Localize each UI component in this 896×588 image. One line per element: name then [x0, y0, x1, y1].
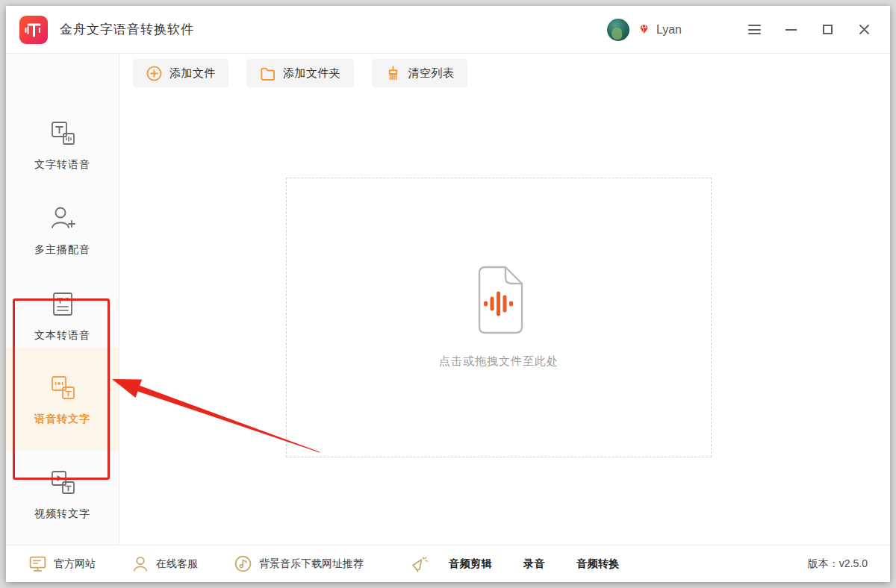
support-person-icon [131, 555, 149, 573]
sidebar-item-document-to-speech[interactable]: 文本转语音 [6, 277, 119, 354]
titlebar: 金舟文字语音转换软件 Lyan [6, 6, 890, 54]
sidebar-item-label: 语音转文字 [34, 413, 90, 426]
vip-gem-icon [637, 22, 651, 37]
add-folder-button[interactable]: 添加文件夹 [246, 59, 354, 87]
clear-list-label: 清空列表 [408, 66, 455, 81]
app-logo-tts-icon [19, 16, 48, 44]
add-file-button[interactable]: 添加文件 [133, 59, 228, 87]
clear-list-broom-icon [385, 65, 402, 82]
bgm-download-label: 背景音乐下载网址推荐 [259, 557, 364, 571]
megaphone-icon[interactable] [410, 554, 429, 574]
add-file-plus-icon [146, 65, 163, 82]
main-content: 添加文件 添加文件夹 清空列表 [119, 54, 890, 545]
add-file-label: 添加文件 [169, 66, 216, 81]
user-avatar[interactable] [607, 19, 629, 41]
clear-list-button[interactable]: 清空列表 [372, 59, 467, 87]
hamburger-menu-icon[interactable] [747, 23, 761, 37]
audio-file-icon [469, 265, 529, 335]
recording-link[interactable]: 录音 [523, 557, 545, 571]
sidebar-item-label: 多主播配音 [34, 243, 90, 257]
version-label: 版本：v2.5.0 [808, 557, 868, 571]
monitor-icon [28, 554, 47, 573]
sidebar-item-label: 视频转文字 [34, 507, 90, 521]
bgm-download-link[interactable]: 背景音乐下载网址推荐 [234, 554, 364, 573]
statusbar: 官方网站 在线客服 背景音乐下载网址推荐 音频剪辑 录音 音频转换 版本：v2.… [6, 545, 890, 582]
sidebar-item-multi-anchor-voice[interactable]: 多主播配音 [6, 191, 119, 269]
sidebar-item-label: 文本转语音 [34, 329, 90, 343]
audio-convert-link[interactable]: 音频转换 [576, 557, 620, 571]
file-dropzone[interactable]: 点击或拖拽文件至此处 [286, 178, 712, 457]
multi-anchor-voice-icon [48, 204, 78, 234]
music-note-icon [234, 554, 252, 573]
close-icon[interactable] [857, 23, 871, 37]
sidebar-item-speech-to-text[interactable]: 语音转文字 [6, 348, 119, 451]
text-to-speech-icon [48, 119, 78, 148]
minimize-icon[interactable] [784, 23, 797, 37]
toolbar: 添加文件 添加文件夹 清空列表 [133, 59, 467, 87]
add-folder-icon [259, 65, 276, 82]
app-title: 金舟文字语音转换软件 [60, 21, 194, 38]
window-controls [747, 23, 871, 37]
dropzone-hint: 点击或拖拽文件至此处 [439, 354, 559, 369]
online-support-label: 在线客服 [156, 557, 198, 571]
speech-to-text-icon [48, 373, 78, 403]
sidebar-item-text-to-speech[interactable]: 文字转语音 [6, 106, 119, 184]
official-website-link[interactable]: 官方网站 [28, 554, 96, 573]
username[interactable]: Lyan [656, 23, 682, 37]
app-window: 金舟文字语音转换软件 Lyan [6, 6, 890, 582]
sidebar-item-video-to-text[interactable]: 视频转文字 [6, 454, 119, 534]
audio-edit-link[interactable]: 音频剪辑 [449, 557, 492, 571]
online-support-link[interactable]: 在线客服 [131, 555, 198, 573]
video-to-text-icon [48, 468, 78, 498]
sidebar: 文字转语音 多主播配音 文本转语音 [6, 54, 119, 545]
official-website-label: 官方网站 [54, 557, 96, 571]
maximize-icon[interactable] [821, 23, 834, 37]
add-folder-label: 添加文件夹 [283, 66, 341, 81]
sidebar-item-label: 文字转语音 [34, 158, 90, 172]
document-to-speech-icon [48, 290, 78, 319]
